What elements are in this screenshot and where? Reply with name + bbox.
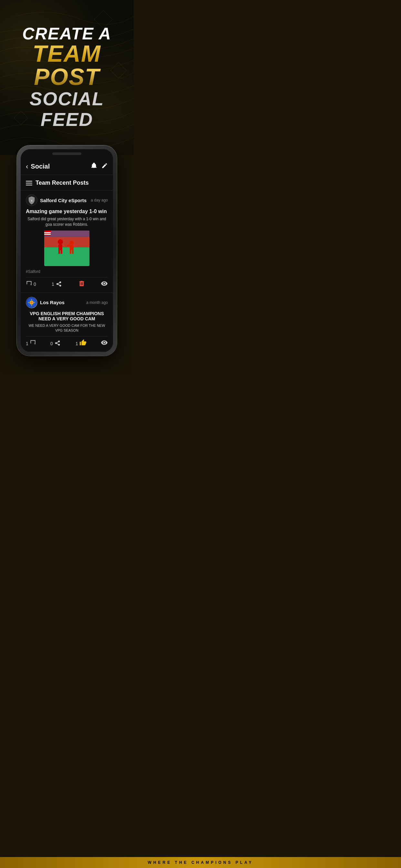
notch-bar	[52, 152, 81, 155]
comment-icon	[26, 280, 32, 288]
edit-icon[interactable]	[101, 162, 108, 170]
nav-title: Social	[31, 163, 50, 170]
phone-frame: ‹ Social	[17, 145, 117, 356]
post-2-share-count: 0	[50, 341, 53, 346]
app-screen: ‹ Social	[21, 158, 113, 352]
post-1-comment-count: 0	[34, 282, 36, 287]
svg-rect-14	[70, 245, 73, 250]
svg-rect-20	[44, 232, 51, 233]
section-title: Team Recent Posts	[35, 180, 89, 186]
svg-text:S: S	[31, 199, 33, 202]
post-team-2: Los Rayos	[26, 297, 65, 308]
post-2-time: a month ago	[86, 300, 108, 305]
los-rayos-avatar	[26, 297, 37, 308]
nav-left: ‹ Social	[26, 162, 50, 171]
hero-line1: CREATE A	[6, 25, 127, 42]
trash-icon	[78, 280, 85, 289]
post-card-1: S Salford City eSports a day ago Amazing…	[21, 190, 113, 293]
post-1-image	[44, 230, 89, 266]
post-header-1: S Salford City eSports a day ago	[26, 194, 108, 206]
svg-rect-8	[44, 247, 89, 249]
post-2-like-count: 1	[75, 341, 78, 346]
post-card-2: Los Rayos a month ago VPG ENGLISH PREM C…	[21, 293, 113, 352]
svg-point-29	[30, 301, 33, 304]
post-2-team-name: Los Rayos	[40, 300, 65, 305]
back-button[interactable]: ‹	[26, 162, 28, 171]
post-2-body: WE NEED A VERY GOOD CAM FOR THE NEW VPG …	[26, 323, 108, 333]
post-1-comments[interactable]: 0	[26, 280, 36, 288]
post-1-body: Salford did great yesterday with a 1-0 w…	[26, 216, 108, 227]
svg-rect-21	[44, 234, 51, 235]
hero-line2: TEAM POST	[6, 42, 127, 89]
phone-notch	[21, 149, 113, 158]
svg-rect-11	[58, 250, 60, 254]
post-1-time: a day ago	[91, 198, 108, 203]
post-2-comment-count: 1	[26, 341, 28, 346]
post-team-1: S Salford City eSports	[26, 194, 87, 206]
post-1-hashtag: #Salford	[26, 269, 108, 274]
svg-rect-10	[58, 244, 62, 250]
post-2-title: VPG ENGLISH PREM CHAMPIONS NEED A VERY G…	[26, 311, 108, 321]
nav-right	[90, 162, 108, 171]
svg-rect-15	[70, 250, 71, 254]
post-2-actions: 1 0	[26, 336, 108, 348]
post-1-actions: 0 1	[26, 277, 108, 289]
hero-text-block: CREATE A TEAM POST SOCIAL FEED	[6, 25, 127, 130]
post-2-shares[interactable]: 0	[50, 339, 61, 348]
like-icon	[80, 339, 87, 348]
svg-rect-12	[61, 250, 62, 254]
nav-bar: ‹ Social	[21, 158, 113, 175]
salford-avatar: S	[26, 194, 37, 206]
share-icon	[56, 280, 63, 289]
post-1-shares[interactable]: 1	[52, 280, 63, 289]
section-header: Team Recent Posts	[21, 175, 113, 190]
phone-screen: ‹ Social	[21, 149, 113, 352]
post-2-comments[interactable]: 1	[26, 339, 36, 347]
post-1-eye[interactable]	[101, 280, 108, 289]
eye-icon-2	[101, 339, 108, 348]
svg-point-9	[58, 239, 63, 244]
svg-rect-18	[44, 230, 89, 237]
eye-icon	[101, 280, 108, 289]
post-2-eye[interactable]	[101, 339, 108, 348]
post-1-share-count: 1	[52, 282, 54, 287]
post-header-2: Los Rayos a month ago	[26, 297, 108, 308]
hamburger-menu[interactable]	[26, 181, 32, 185]
post-2-likes[interactable]: 1	[75, 339, 87, 348]
bell-icon[interactable]	[90, 162, 97, 171]
comment-icon-2	[30, 339, 36, 347]
post-1-trash[interactable]	[78, 280, 85, 289]
post-1-team-name: Salford City eSports	[40, 197, 87, 203]
post-1-title: Amazing game yesterday 1-0 win	[26, 209, 108, 214]
share-icon-2	[54, 339, 61, 348]
svg-rect-16	[72, 250, 73, 254]
svg-point-13	[69, 241, 74, 245]
hero-section: CREATE A TEAM POST SOCIAL FEED	[0, 0, 134, 155]
phone-wrapper: ‹ Social	[0, 145, 134, 375]
hero-line3: SOCIAL FEED	[6, 89, 127, 130]
